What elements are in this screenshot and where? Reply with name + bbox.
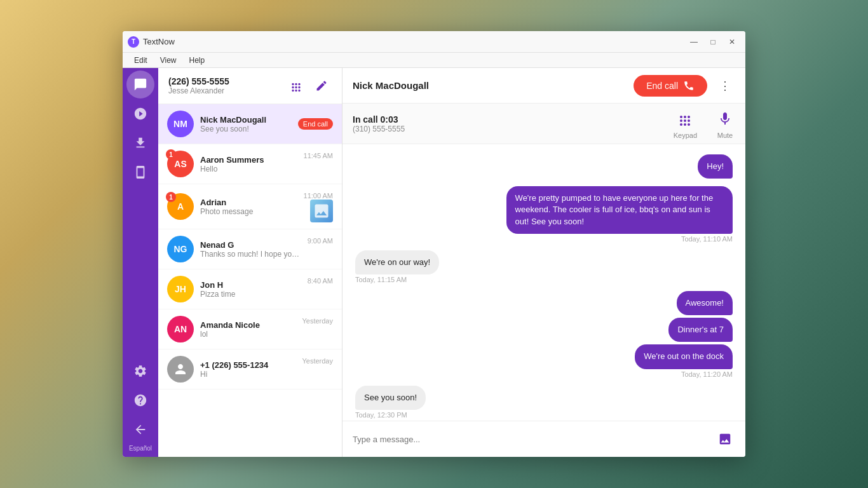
contact-panel-actions [286,76,332,96]
message-time: Today, 11:15 AM [355,276,407,283]
dialpad-button[interactable] [286,76,306,96]
contact-info-nick: Nick MacDougall See you soon! [200,115,298,133]
minimize-button[interactable]: — [686,36,702,48]
my-name: Jesse Alexander [168,86,229,95]
message-time: Today, 11:10 AM [681,235,733,243]
mute-button[interactable]: Mute [715,109,735,139]
sidebar-item-settings[interactable] [126,357,154,385]
back-icon [133,423,147,437]
contact-item-jon[interactable]: JH Jon H Pizza time 8:40 AM [158,269,342,309]
titlebar: T TextNow — □ ✕ [123,31,745,53]
app-window: T TextNow — □ ✕ Edit View Help [123,31,745,457]
message-time: Today, 12:30 PM [355,411,407,419]
my-account-info: (226) 555-5555 Jesse Alexander [168,76,229,95]
keypad-button[interactable]: Keypad [674,109,697,139]
sidebar-item-download[interactable] [126,129,154,157]
phone-icon [133,165,147,179]
contact-preview-unknown: Hi [200,370,297,379]
messages-icon [133,78,147,92]
contact-list: NM Nick MacDougall See you soon! End cal… [158,104,342,457]
chat-input-area [342,421,745,457]
contact-info-unknown: +1 (226) 555-1234 Hi [200,360,297,379]
in-call-badge: End call [298,118,333,130]
contact-name-nick: Nick MacDougall [200,115,298,125]
message-bubble: We're on our way! [355,250,439,274]
contact-preview-adrian: Photo message [200,207,299,216]
image-icon [718,432,732,446]
contact-time-jon: 8:40 AM [308,277,333,285]
chat-panel: Nick MacDougall End call ⋮ In call 0:03 … [342,68,745,457]
message-input[interactable] [353,435,709,444]
end-call-button[interactable]: End call [634,75,707,97]
avatar-nick: NM [167,111,194,137]
menu-help[interactable]: Help [182,55,211,66]
contact-time-unknown: Yesterday [302,357,333,365]
message-bubble: Awesome! [677,291,733,315]
maximize-button[interactable]: □ [705,36,721,48]
close-button[interactable]: ✕ [724,36,740,48]
sidebar-item-help[interactable] [126,386,154,414]
message-group-3: We're on our way! Today, 11:15 AM [355,250,733,283]
contact-info-adrian: Adrian Photo message [200,198,299,216]
gear-icon [133,364,147,378]
download-icon [133,136,147,150]
keypad-label: Keypad [674,132,697,139]
contact-name-aaron: Aaron Summers [200,155,299,165]
contact-preview-aaron: Hello [200,165,299,173]
message-bubble: See you soon! [355,386,426,410]
call-status-bar: In call 0:03 (310) 555-5555 Keypad [342,104,745,144]
end-call-label: End call [646,81,678,91]
message-group-1: Hey! [355,154,733,179]
sidebar-item-phone[interactable] [126,158,154,186]
contact-item-nick[interactable]: NM Nick MacDougall See you soon! End cal… [158,104,342,144]
contact-name-unknown: +1 (226) 555-1234 [200,360,297,370]
chat-header: Nick MacDougall End call ⋮ [342,68,745,104]
call-status-info: In call 0:03 (310) 555-5555 [353,114,674,133]
phone-down-icon [683,80,695,92]
contact-item-nenad[interactable]: NG Nenad G Thanks so much! I hope you...… [158,229,342,269]
contact-item-amanda[interactable]: AN Amanda Nicole lol Yesterday [158,309,342,349]
badge-adrian: 1 [166,192,176,202]
message-group-5: See you soon! Today, 12:30 PM [355,386,733,419]
message-bubble: Dinner's at 7 [668,318,733,342]
menu-view[interactable]: View [154,55,183,66]
call-actions: Keypad Mute [674,109,735,139]
dialpad-icon [290,79,302,92]
contact-info-jon: Jon H Pizza time [200,280,302,299]
help-icon [133,393,147,407]
sidebar-item-back[interactable] [126,416,154,444]
avatar-amanda: AN [167,316,194,342]
message-bubble: Hey! [698,154,733,179]
sidebar-item-messages[interactable] [126,71,154,98]
message-bubble: We're out on the dock [635,344,733,369]
contact-info-aaron: Aaron Summers Hello [200,155,299,173]
contact-time-amanda: Yesterday [302,317,333,325]
contact-item-aaron[interactable]: AS 1 Aaron Summers Hello 11:45 AM [158,144,342,184]
avatar-jon: JH [167,276,194,302]
language-label[interactable]: Español [129,445,152,457]
badge-aaron: 1 [166,149,176,159]
chat-contact-name: Nick MacDougall [353,80,634,91]
contact-preview-jon: Pizza time [200,290,302,299]
contact-info-amanda: Amanda Nicole lol [200,320,297,339]
keypad-icon [675,109,695,129]
compose-button[interactable] [311,76,332,96]
contact-preview-amanda: lol [200,330,297,339]
image-attach-button[interactable] [715,429,735,449]
my-phone-number: (226) 555-5555 [168,76,229,86]
avatar-unknown [167,356,194,383]
sidebar-item-speed[interactable] [126,100,154,128]
contact-panel-header: (226) 555-5555 Jesse Alexander [158,68,342,104]
contact-item-unknown[interactable]: +1 (226) 555-1234 Hi Yesterday [158,349,342,390]
messages-area: Hey! We're pretty pumped to have everyon… [342,144,745,421]
message-time: Today, 11:20 AM [681,370,733,378]
compose-icon [315,79,328,92]
contact-name-amanda: Amanda Nicole [200,320,297,330]
contact-time-nenad: 9:00 AM [308,237,333,245]
contact-item-adrian[interactable]: A 1 Adrian Photo message 11:00 AM [158,184,342,229]
more-options-button[interactable]: ⋮ [715,76,735,96]
menu-edit[interactable]: Edit [128,55,154,66]
message-group-4: Awesome! Dinner's at 7 We're out on the … [355,291,733,378]
app-title: TextNow [143,37,686,46]
contact-name-jon: Jon H [200,280,302,290]
